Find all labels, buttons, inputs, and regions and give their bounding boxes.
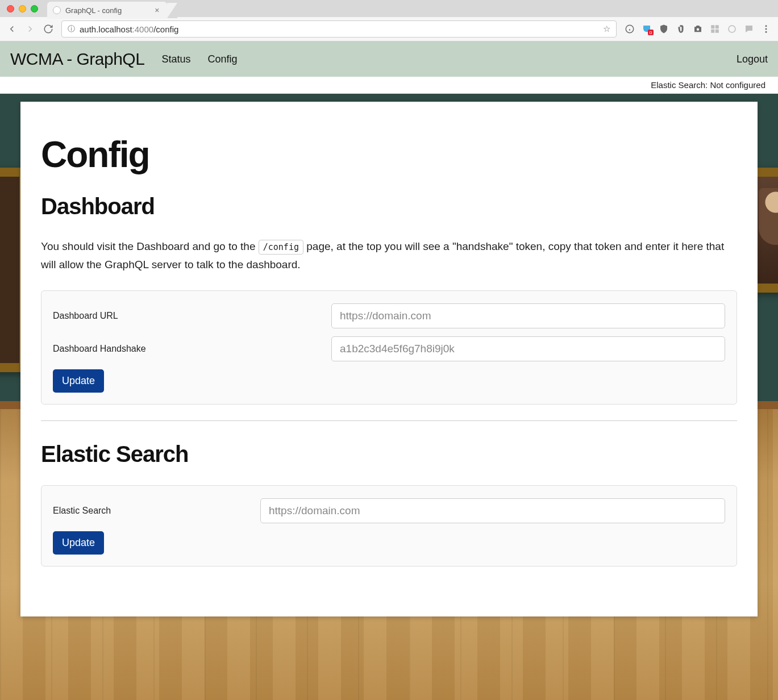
camera-icon[interactable] — [693, 24, 703, 34]
config-path-code: /config — [259, 240, 303, 255]
back-button[interactable] — [7, 24, 17, 34]
svg-point-8 — [729, 26, 735, 32]
svg-point-3 — [697, 28, 700, 31]
evernote-icon[interactable] — [676, 24, 686, 34]
url-port: :4000 — [132, 24, 154, 34]
circle-icon[interactable] — [727, 24, 737, 34]
browser-chrome: GraphQL - config × ⓘ auth.localhost:4000… — [0, 0, 778, 41]
chat-icon[interactable] — [744, 24, 754, 34]
backdrop: Config Dashboard You should visit the Da… — [0, 94, 778, 700]
page-title: Config — [41, 134, 737, 176]
elastic-heading: Elastic Search — [41, 441, 737, 467]
dashboard-handshake-label: Dashboard Handshake — [53, 344, 331, 354]
window-controls — [7, 5, 38, 13]
close-window-button[interactable] — [7, 5, 14, 13]
content-card: Config Dashboard You should visit the Da… — [20, 102, 758, 616]
intro-pre: You should visit the Dashboard and go to… — [41, 240, 259, 252]
tab-title: GraphQL - config — [65, 6, 122, 15]
site-info-icon[interactable]: ⓘ — [68, 24, 75, 34]
dashboard-url-label: Dashboard URL — [53, 311, 331, 321]
url-path: /config — [153, 24, 178, 34]
elastic-update-button[interactable]: Update — [53, 531, 104, 555]
elastic-row: Elastic Search — [53, 498, 725, 523]
minimize-window-button[interactable] — [19, 5, 26, 13]
svg-rect-5 — [715, 25, 719, 28]
fullscreen-window-button[interactable] — [31, 5, 38, 13]
logout-link[interactable]: Logout — [737, 53, 768, 65]
nav-status[interactable]: Status — [161, 53, 190, 65]
svg-rect-7 — [715, 30, 719, 33]
dashboard-heading: Dashboard — [41, 194, 737, 219]
status-text: Elastic Search: Not configured — [651, 80, 765, 90]
elastic-input[interactable] — [260, 498, 725, 523]
svg-point-9 — [765, 25, 767, 27]
forward-button[interactable] — [25, 24, 35, 34]
dashboard-handshake-row: Dashboard Handshake — [53, 336, 725, 361]
page: WCMA - GraphQL Status Config Logout Elas… — [0, 41, 778, 700]
svg-point-11 — [765, 31, 767, 33]
svg-rect-6 — [711, 30, 714, 33]
status-strip: Elastic Search: Not configured — [0, 77, 778, 94]
svg-rect-4 — [711, 25, 714, 28]
bookmark-star-icon[interactable]: ☆ — [603, 24, 610, 34]
pocket-icon[interactable]: 0 — [642, 24, 652, 34]
dashboard-intro: You should visit the Dashboard and go to… — [41, 238, 737, 274]
grid-icon[interactable] — [710, 24, 720, 34]
elastic-label: Elastic Search — [53, 506, 260, 516]
app-nav: Status Config — [161, 53, 237, 65]
dashboard-url-input[interactable] — [331, 303, 725, 328]
browser-toolbar: ⓘ auth.localhost:4000/config ☆ 0 — [0, 17, 778, 41]
reload-button[interactable] — [43, 24, 53, 34]
tab-angle — [167, 3, 177, 18]
dashboard-url-row: Dashboard URL — [53, 303, 725, 328]
menu-dots-icon[interactable] — [761, 24, 771, 34]
svg-point-10 — [765, 28, 767, 30]
tab-close-icon[interactable]: × — [155, 6, 159, 15]
elastic-panel: Elastic Search Update — [41, 485, 737, 566]
divider — [41, 420, 737, 421]
dashboard-update-button[interactable]: Update — [53, 369, 104, 393]
browser-titlebar: GraphQL - config × — [0, 0, 778, 17]
info-circle-icon[interactable] — [625, 24, 635, 34]
app-title: WCMA - GraphQL — [10, 49, 144, 69]
tab-favicon — [53, 6, 61, 14]
dashboard-handshake-input[interactable] — [331, 336, 725, 361]
app-header: WCMA - GraphQL Status Config Logout — [0, 41, 778, 77]
shield-icon[interactable] — [659, 24, 669, 34]
extension-icons: 0 — [625, 24, 771, 34]
dashboard-panel: Dashboard URL Dashboard Handshake Update — [41, 290, 737, 405]
url-host: auth.localhost — [80, 24, 132, 34]
nav-config[interactable]: Config — [207, 53, 237, 65]
address-bar[interactable]: ⓘ auth.localhost:4000/config ☆ — [61, 20, 617, 38]
browser-tab[interactable]: GraphQL - config × — [47, 2, 167, 19]
